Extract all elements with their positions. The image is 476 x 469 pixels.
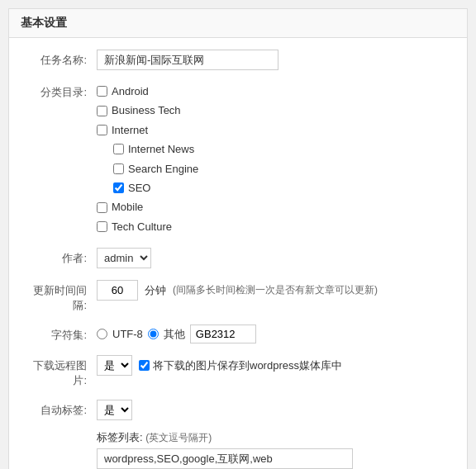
internet-checkbox[interactable] [97,125,107,135]
download-select[interactable]: 是 否 [97,355,132,376]
charset-row: 字符集: UTF-8 其他 [22,325,454,343]
interval-input[interactable] [97,280,138,301]
interval-control: 分钟 (间隔多长时间检测一次是否有新文章可以更新) [97,280,454,301]
list-item: Tech Culture [97,217,454,236]
section-title: 基本设置 [9,9,467,38]
settings-panel: 基本设置 任务名称: 分类目录: Android Business Tech [8,8,468,469]
auto-tags-label: 自动标签: [22,400,97,418]
download-control: 是 否 将下载的图片保存到wordpress媒体库中 [97,355,454,376]
task-name-label: 任务名称: [22,50,97,68]
download-row: 下载远程图片: 是 否 将下载的图片保存到wordpress媒体库中 [22,355,454,388]
internet-news-checkbox[interactable] [113,144,124,154]
tags-list-label: 标签列表: (英文逗号隔开) [97,430,454,445]
charset-label: 字符集: [22,325,97,343]
list-item: Internet [97,121,454,140]
auto-tags-control: 是 否 标签列表: (英文逗号隔开) 匹配完整的单词 (中文文章请勿勾选此项) [97,400,454,469]
form-body: 任务名称: 分类目录: Android Business Tech [9,38,467,469]
category-row: 分类目录: Android Business Tech Internet [22,82,454,236]
auto-tags-select-row: 是 否 [97,400,454,420]
internet-sub-items: Internet News Search Engine SEO [113,140,454,197]
interval-row: 更新时间间隔: 分钟 (间隔多长时间检测一次是否有新文章可以更新) [22,280,454,313]
charset-control: UTF-8 其他 [97,325,454,343]
interval-note: (间隔多长时间检测一次是否有新文章可以更新) [173,283,378,297]
seo-label: SEO [128,178,150,197]
author-label: 作者: [22,248,97,266]
charset-other-input[interactable] [190,325,256,343]
list-item: Android [97,82,454,101]
charset-utf8-radio[interactable] [97,329,107,339]
author-row: 作者: admin [22,248,454,268]
seo-checkbox[interactable] [113,182,124,193]
task-name-row: 任务名称: [22,50,454,70]
auto-tags-row: 自动标签: 是 否 标签列表: (英文逗号隔开) 匹配 [22,400,454,469]
interval-unit: 分钟 [145,283,166,298]
charset-utf8-label: UTF-8 [112,328,143,340]
task-name-input[interactable] [97,50,278,70]
download-save-text: 将下载的图片保存到wordpress媒体库中 [153,358,342,373]
list-item: Mobile [97,197,454,216]
list-item: Search Engine [113,159,454,178]
mobile-label: Mobile [112,197,143,216]
search-engine-checkbox[interactable] [113,163,124,174]
download-save-label: 将下载的图片保存到wordpress媒体库中 [139,358,342,373]
tech-culture-checkbox[interactable] [97,221,107,232]
internet-label: Internet [112,121,148,140]
download-save-checkbox[interactable] [139,360,150,371]
list-item: Business Tech [97,101,454,120]
author-select[interactable]: admin [97,248,151,268]
mobile-checkbox[interactable] [97,202,107,213]
list-item: Internet News [113,140,454,159]
tech-culture-label: Tech Culture [112,217,172,236]
interval-label: 更新时间间隔: [22,280,97,313]
search-engine-label: Search Engine [128,159,198,178]
android-label: Android [112,82,149,101]
android-checkbox[interactable] [97,86,107,97]
internet-news-label: Internet News [128,140,194,159]
download-label: 下载远程图片: [22,355,97,388]
auto-tags-select[interactable]: 是 否 [97,400,132,420]
tags-list-note: (英文逗号隔开) [145,432,212,443]
task-name-control [97,50,454,70]
charset-other-label: 其他 [164,327,185,342]
author-control: admin [97,248,454,268]
charset-other-radio[interactable] [148,329,159,339]
list-item: SEO [113,178,454,197]
business-tech-label: Business Tech [112,101,181,120]
category-tree: Android Business Tech Internet Internet … [97,82,454,236]
category-label: 分类目录: [22,82,97,100]
tags-section: 标签列表: (英文逗号隔开) 匹配完整的单词 (中文文章请勿勾选此项) [97,430,454,469]
tags-input[interactable] [97,448,353,469]
business-tech-checkbox[interactable] [97,106,107,116]
